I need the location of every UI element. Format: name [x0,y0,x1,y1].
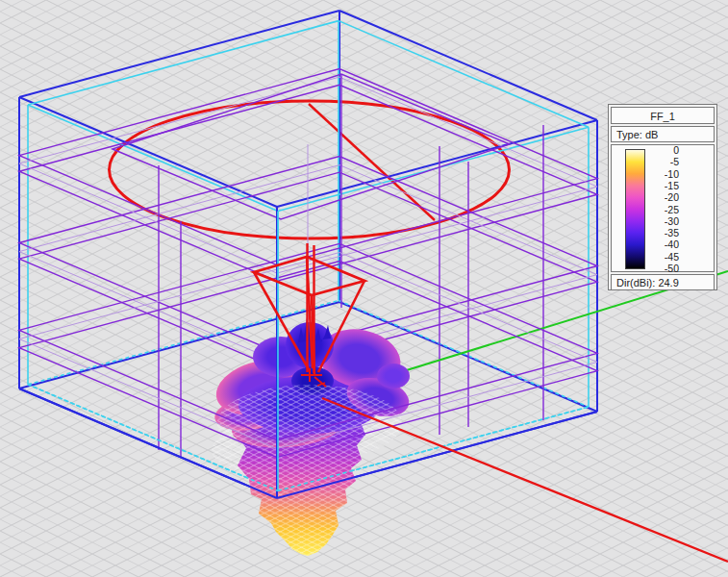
colorbar-tick-label: -10 [640,167,679,179]
colorbar-tick-label: -25 [640,203,679,214]
colorbar-tick-label: -5 [640,156,679,167]
legend-title: FF_1 [611,107,715,124]
colorbar-tick-label: -45 [640,250,679,262]
colorbar-tick-label: -35 [640,227,679,238]
colorbar-tick-label: -30 [640,214,679,226]
legend-directivity: Dir(dBi): 24.9 [611,274,715,290]
legend-colorbar: 0-5-10-15-20-25-30-35-40-45-50 [611,144,715,272]
colorbar-tick-label: 0 [640,144,679,156]
colorbar-tick-label: -40 [640,238,679,250]
colorbar-tick-label: -50 [640,263,679,274]
colorbar-tick-label: -20 [640,191,679,203]
legend-type-label: Type: dB [611,126,715,142]
3d-viewport[interactable]: FF_1 Type: dB 0-5-10-15-20-25-30-35-40-4… [0,0,728,577]
farfield-legend-panel: FF_1 Type: dB 0-5-10-15-20-25-30-35-40-4… [608,104,717,290]
colorbar-tick-label: -15 [640,179,679,190]
